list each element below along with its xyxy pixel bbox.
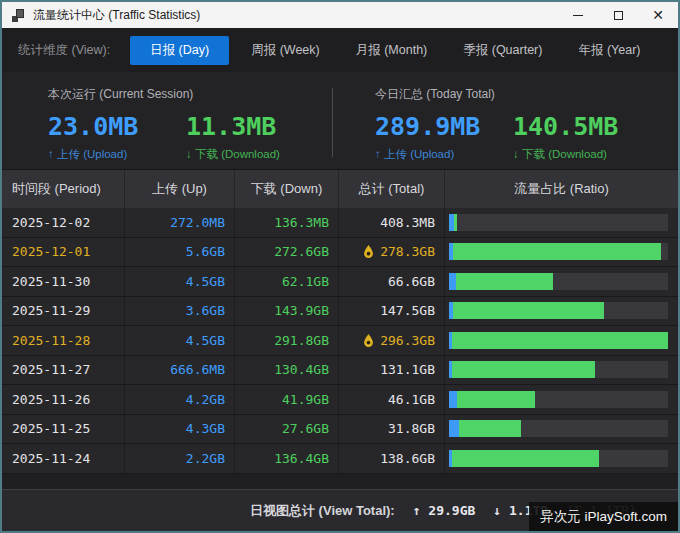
ratio-bar-download (453, 302, 604, 319)
table-header-row: 时间段 (Period)上传 (Up)下载 (Down)总计 (Total)流量… (2, 170, 678, 208)
today-download-stat: 140.5MB ↓ 下载 (Download) (513, 112, 651, 162)
ratio-cell (445, 238, 678, 267)
upload-cell: 4.5GB (125, 267, 235, 296)
ratio-bar-track (449, 302, 668, 319)
minimize-button[interactable] (558, 2, 598, 28)
maximize-button[interactable] (598, 2, 638, 28)
ratio-bar-upload (449, 391, 457, 408)
today-total-title: 今日汇总 (Today Total) (375, 86, 678, 103)
ratio-cell (445, 356, 678, 385)
window-title: 流量统计中心 (Traffic Statistics) (33, 7, 200, 24)
maximize-icon (614, 11, 623, 20)
period-cell: 2025-11-30 (2, 267, 125, 296)
table-body: 2025-12-02272.0MB136.3MB408.3MB2025-12-0… (2, 208, 678, 474)
today-download-value: 140.5MB (513, 112, 651, 141)
ratio-bar-track (449, 361, 668, 378)
summary-panel: 本次运行 (Current Session) 23.0MB ↑ 上传 (Uplo… (2, 72, 678, 170)
title-bar: 流量统计中心 (Traffic Statistics) ✕ (2, 2, 678, 28)
total-cell: 296.3GB (339, 326, 445, 355)
ratio-bar-download (459, 420, 521, 437)
view-tab-week[interactable]: 周报 (Week) (237, 36, 334, 65)
session-download-stat: 11.3MB ↓ 下载 (Download) (186, 112, 324, 162)
upload-cell: 666.6MB (125, 356, 235, 385)
period-cell: 2025-11-28 (2, 326, 125, 355)
session-download-value: 11.3MB (186, 112, 324, 141)
ratio-cell (445, 297, 678, 326)
download-cell: 27.6GB (235, 415, 339, 444)
hot-droplet-icon (363, 245, 374, 258)
table-row: 2025-12-015.6GB272.6GB278.3GB (2, 238, 678, 268)
ratio-bar-track (449, 420, 668, 437)
traffic-table: 时间段 (Period)上传 (Up)下载 (Down)总计 (Total)流量… (2, 170, 678, 474)
ratio-bar-track (449, 450, 668, 467)
app-icon (12, 9, 25, 22)
today-download-label: ↓ 下载 (Download) (513, 147, 651, 162)
today-upload-label: ↑ 上传 (Upload) (375, 147, 513, 162)
table-row: 2025-11-304.5GB62.1GB66.6GB (2, 267, 678, 297)
ratio-cell (445, 415, 678, 444)
table-row: 2025-11-254.3GB27.6GB31.8GB (2, 415, 678, 445)
column-header-3: 总计 (Total) (339, 170, 445, 208)
ratio-bar-download (456, 273, 553, 290)
ratio-bar-download (454, 214, 457, 231)
period-cell: 2025-11-29 (2, 297, 125, 326)
upload-cell: 272.0MB (125, 208, 235, 237)
total-cell: 408.3MB (339, 208, 445, 237)
download-cell: 272.6GB (235, 238, 339, 267)
column-header-0: 时间段 (Period) (2, 170, 125, 208)
watermark: 异次元 iPlaySoft.com (529, 502, 678, 531)
ratio-cell (445, 208, 678, 237)
ratio-bar-upload (449, 273, 456, 290)
total-cell: 131.1GB (339, 356, 445, 385)
close-icon: ✕ (652, 8, 664, 22)
ratio-bar-download (452, 361, 594, 378)
today-upload-stat: 289.9MB ↑ 上传 (Upload) (375, 112, 513, 162)
view-tab-month[interactable]: 月报 (Month) (342, 36, 442, 65)
period-cell: 2025-12-01 (2, 238, 125, 267)
download-cell: 62.1GB (235, 267, 339, 296)
view-tab-year[interactable]: 年报 (Year) (564, 36, 654, 65)
app-window: 流量统计中心 (Traffic Statistics) ✕ 统计维度 (View… (0, 0, 680, 533)
total-cell: 147.5GB (339, 297, 445, 326)
today-upload-value: 289.9MB (375, 112, 513, 141)
download-cell: 136.4GB (235, 444, 339, 473)
ratio-bar-track (449, 332, 668, 349)
hot-droplet-icon (363, 334, 374, 347)
session-upload-value: 23.0MB (48, 112, 186, 141)
ratio-cell (445, 267, 678, 296)
view-total-upload: ↑ 29.9GB (413, 503, 476, 518)
view-tab-quarter[interactable]: 季报 (Quarter) (449, 36, 556, 65)
view-tab-day[interactable]: 日报 (Day) (130, 36, 229, 65)
upload-cell: 4.2GB (125, 385, 235, 414)
table-row: 2025-11-284.5GB291.8GB296.3GB (2, 326, 678, 356)
view-selector-label: 统计维度 (View): (18, 42, 110, 59)
upload-cell: 2.2GB (125, 444, 235, 473)
total-cell: 66.6GB (339, 267, 445, 296)
close-button[interactable]: ✕ (638, 2, 678, 28)
table-footer-gap (2, 474, 678, 490)
ratio-bar-track (449, 214, 668, 231)
total-cell: 278.3GB (339, 238, 445, 267)
table-row: 2025-11-264.2GB41.9GB46.1GB (2, 385, 678, 415)
upload-cell: 5.6GB (125, 238, 235, 267)
download-cell: 136.3MB (235, 208, 339, 237)
ratio-bar-download (453, 243, 661, 260)
period-cell: 2025-12-02 (2, 208, 125, 237)
column-header-2: 下载 (Down) (235, 170, 339, 208)
window-controls: ✕ (558, 2, 678, 28)
download-cell: 130.4GB (235, 356, 339, 385)
session-upload-stat: 23.0MB ↑ 上传 (Upload) (48, 112, 186, 162)
download-cell: 291.8GB (235, 326, 339, 355)
today-total-section: 今日汇总 (Today Total) 289.9MB ↑ 上传 (Upload)… (333, 72, 678, 169)
ratio-bar-upload (449, 420, 459, 437)
download-cell: 143.9GB (235, 297, 339, 326)
period-cell: 2025-11-26 (2, 385, 125, 414)
session-download-label: ↓ 下载 (Download) (186, 147, 324, 162)
ratio-bar-track (449, 273, 668, 290)
upload-cell: 3.6GB (125, 297, 235, 326)
session-upload-label: ↑ 上传 (Upload) (48, 147, 186, 162)
ratio-cell (445, 326, 678, 355)
total-cell: 138.6GB (339, 444, 445, 473)
ratio-cell (445, 444, 678, 473)
minimize-icon (573, 15, 583, 16)
